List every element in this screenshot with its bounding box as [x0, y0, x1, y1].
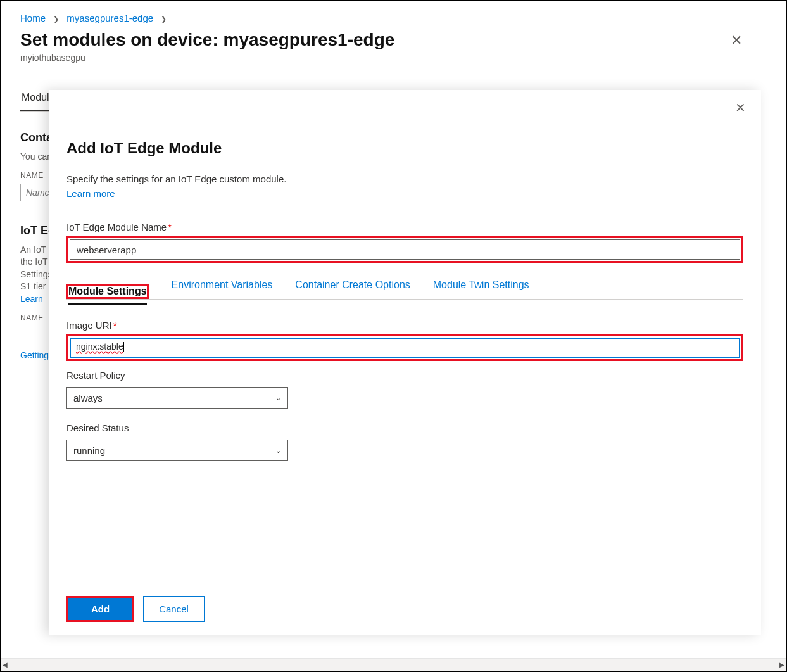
scroll-left-icon[interactable]: ◀ — [3, 661, 8, 668]
scroll-right-icon[interactable]: ▶ — [779, 661, 784, 668]
page-subtitle: myiothubasegpu — [20, 53, 394, 63]
learn-link[interactable]: Learn — [20, 294, 43, 304]
restart-policy-label: Restart Policy — [66, 370, 743, 381]
close-icon[interactable]: ✕ — [731, 34, 742, 48]
desired-status-select[interactable]: running ⌄ — [66, 440, 288, 461]
cancel-button[interactable]: Cancel — [143, 596, 205, 622]
breadcrumb-home[interactable]: Home — [20, 13, 46, 23]
panel-close-icon[interactable]: ✕ — [735, 100, 746, 115]
restart-policy-select[interactable]: always ⌄ — [66, 387, 288, 409]
module-name-input[interactable] — [70, 239, 740, 260]
breadcrumb-device[interactable]: myasegpures1-edge — [66, 13, 153, 23]
chevron-right-icon: ❯ — [53, 15, 59, 23]
desired-status-value: running — [73, 445, 105, 456]
tab-environment-variables[interactable]: Environment Variables — [172, 274, 273, 299]
restart-policy-value: always — [73, 393, 103, 403]
panel-tabs: Module Settings Environment Variables Co… — [66, 274, 743, 300]
module-name-label: IoT Edge Module Name* — [66, 222, 743, 232]
breadcrumb: Home ❯ myasegpures1-edge ❯ — [1, 1, 761, 30]
image-uri-label: Image URI* — [66, 320, 743, 331]
horizontal-scrollbar[interactable]: ◀ ▶ — [1, 658, 786, 671]
tab-module-settings[interactable]: Module Settings — [68, 281, 147, 305]
desired-status-label: Desired Status — [66, 422, 743, 433]
chevron-down-icon: ⌄ — [275, 447, 281, 455]
add-module-panel: ✕ Add IoT Edge Module Specify the settin… — [49, 90, 761, 635]
chevron-right-icon: ❯ — [161, 15, 167, 23]
panel-title: Add IoT Edge Module — [66, 139, 743, 157]
getting-link[interactable]: Getting — [20, 350, 49, 360]
page-title: Set modules on device: myasegpures1-edge — [20, 30, 394, 50]
learn-more-link[interactable]: Learn more — [66, 188, 743, 199]
panel-description: Specify the settings for an IoT Edge cus… — [66, 174, 743, 184]
image-uri-input[interactable] — [70, 338, 740, 358]
tab-module-twin-settings[interactable]: Module Twin Settings — [433, 274, 529, 299]
chevron-down-icon: ⌄ — [275, 394, 281, 402]
add-button[interactable]: Add — [68, 598, 132, 620]
tab-container-create-options[interactable]: Container Create Options — [295, 274, 410, 299]
